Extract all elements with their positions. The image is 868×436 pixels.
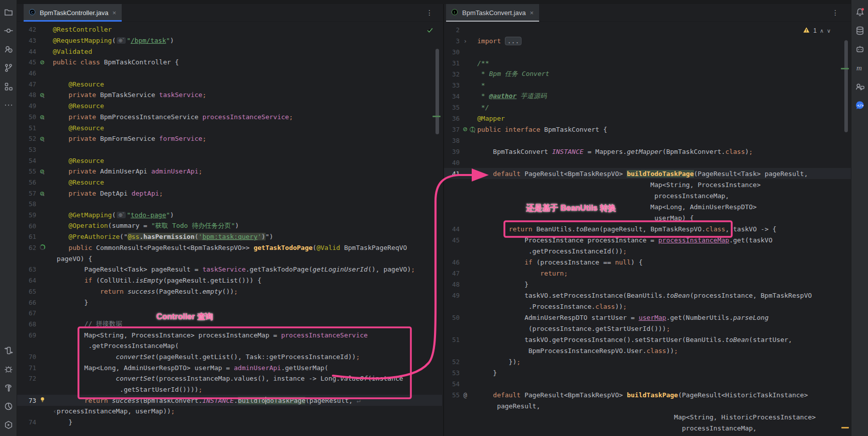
code-line-74[interactable]: 74 } — [17, 417, 442, 428]
code-line-68[interactable]: 68 // 拼接数据 — [17, 319, 442, 330]
line-number[interactable]: 55 — [17, 167, 36, 175]
line-number[interactable]: 53 — [17, 146, 36, 153]
run-window-icon[interactable] — [3, 344, 15, 357]
code-line-50[interactable]: 50 AdminUserRespDTO startUser = userMap.… — [444, 312, 851, 323]
code-line-38[interactable]: 38 — [444, 135, 851, 146]
code-line-55[interactable]: 55⊘➘ private AdminUserApi adminUserApi; — [17, 166, 442, 177]
line-number[interactable]: 39 — [444, 148, 460, 155]
line-number[interactable]: 52 — [17, 135, 36, 142]
people-chat-icon[interactable] — [854, 80, 866, 93]
code-line-35[interactable]: 35 */ — [444, 102, 851, 113]
line-number[interactable]: 34 — [444, 93, 460, 100]
line-number[interactable]: 54 — [17, 157, 36, 164]
line-number[interactable]: 35 — [444, 104, 460, 111]
code-line-55[interactable]: 55@ default PageResult<BpmTaskRespVO> bu… — [444, 389, 851, 400]
code-line-49[interactable]: 49 @Resource — [17, 101, 442, 112]
build-icon[interactable] — [3, 382, 15, 394]
code-line-67[interactable]: 67 — [17, 308, 442, 319]
code-line-43[interactable]: 43@RequestMapping(⊕ˇ"/bpm/task") — [17, 35, 442, 46]
line-number[interactable]: 44 — [17, 48, 36, 55]
line-number[interactable]: 40 — [444, 159, 460, 166]
code-line-41[interactable]: 41 default PageResult<BpmTaskRespVO> bui… — [444, 168, 851, 179]
maven-icon[interactable]: m — [854, 62, 866, 74]
code-line-44[interactable]: 44@Validated — [17, 46, 442, 57]
editor-bpmtaskconvert[interactable]: 23›import ...3031/**32 * Bpm 任务 Convert3… — [444, 22, 851, 436]
code-line-wrap[interactable]: Map<String, HistoricProcessInstance> — [444, 411, 851, 422]
code-line-52[interactable]: 52 }); — [444, 356, 851, 367]
commit-icon[interactable] — [3, 25, 15, 37]
code-line-44[interactable]: 44 return BeanUtils.toBean(pageResult, B… — [444, 223, 851, 234]
code-line-71[interactable]: 71 Map<Long, AdminUserRespDTO> userMap =… — [17, 362, 442, 373]
tab-bpmtaskcontroller[interactable]: C BpmTaskController.java × — [24, 4, 122, 22]
line-number[interactable]: 65 — [17, 288, 36, 295]
line-number[interactable]: 42 — [17, 26, 36, 33]
more-ellipsis-icon[interactable] — [3, 99, 15, 111]
inspections-widget-left[interactable] — [426, 26, 434, 36]
line-number[interactable]: 47 — [17, 80, 36, 88]
code-line-wrap[interactable]: .getProcessInstanceMap( — [17, 340, 442, 352]
line-number[interactable]: 46 — [17, 69, 36, 77]
line-number[interactable]: 51 — [444, 336, 460, 343]
code-chat-icon[interactable]: </> — [854, 99, 866, 111]
tab-options-kebab-icon[interactable]: ⋮ — [831, 7, 840, 18]
line-number[interactable]: 48 — [444, 281, 460, 288]
code-line-42[interactable]: 42@RestController — [17, 24, 442, 35]
code-line-46[interactable]: 46 — [17, 68, 442, 79]
line-number[interactable]: 66 — [17, 299, 36, 306]
close-tab-icon[interactable]: × — [529, 9, 534, 17]
code-line-64[interactable]: 64 if (CollUtil.isEmpty(pageResult.getLi… — [17, 275, 442, 286]
inspections-widget-right[interactable]: 1 ∧ ∨ — [803, 26, 831, 35]
code-line-wrap[interactable]: ‹processInstanceMap, userMap)); — [17, 406, 442, 417]
impl-icon[interactable]: ⊘ — [462, 126, 469, 133]
line-number[interactable]: 59 — [17, 211, 36, 219]
code-line-wrap[interactable]: pageVO) { — [17, 253, 442, 264]
notifications-bell-icon[interactable] — [854, 6, 866, 18]
line-number[interactable]: 55 — [444, 391, 460, 399]
line-number[interactable]: 72 — [17, 375, 36, 382]
code-line-wrap[interactable]: .getStartUserId()))); — [17, 384, 442, 395]
code-line-wrap[interactable]: pageResult, — [444, 400, 851, 411]
code-line-wrap[interactable]: .getProcessInstanceId()); — [444, 245, 851, 256]
code-line-72[interactable]: 72 convertSet(processInstanceMap.values(… — [17, 373, 442, 384]
next-problem-chevron-icon[interactable]: ∨ — [827, 28, 831, 34]
line-number[interactable]: 56 — [17, 179, 36, 186]
code-line-34[interactable]: 34 * @author 芋道源码 — [444, 91, 851, 102]
code-line-66[interactable]: 66 } — [17, 297, 442, 308]
tab-options-kebab-icon[interactable]: ⋮ — [425, 7, 434, 18]
code-line-40[interactable]: 40 — [444, 157, 851, 168]
line-number[interactable]: 50 — [17, 113, 36, 121]
line-number[interactable]: 68 — [17, 320, 36, 328]
code-line-54[interactable]: 54 — [444, 378, 851, 389]
structure-icon[interactable] — [3, 80, 15, 93]
code-line-30[interactable]: 30 — [444, 46, 851, 57]
impl-arrow-icon[interactable]: ⊘➘ — [39, 135, 46, 142]
line-number[interactable]: 45 — [444, 236, 460, 244]
code-line-47[interactable]: 47 return; — [444, 268, 851, 279]
code-line-wrap[interactable]: BpmProcessInstanceRespVO.User.class)); — [444, 345, 851, 356]
line-number[interactable]: 74 — [17, 418, 36, 426]
code-line-51[interactable]: 51 @Resource — [17, 122, 442, 133]
code-line-53[interactable]: 53 } — [444, 367, 851, 378]
tab-bpmtaskconvert[interactable]: I BpmTaskConvert.java × — [446, 4, 539, 22]
at-icon[interactable]: @ — [462, 392, 469, 399]
code-line-wrap[interactable]: .ProcessInstance.class)); — [444, 301, 851, 312]
fold-arrow-icon[interactable]: › — [462, 38, 469, 45]
code-line-47[interactable]: 47 @Resource — [17, 78, 442, 90]
bulb-icon[interactable] — [39, 396, 46, 403]
line-number[interactable]: 2 — [444, 26, 460, 34]
line-number[interactable]: 52 — [444, 358, 460, 366]
code-line-48[interactable]: 48 } — [444, 279, 851, 290]
code-line-59[interactable]: 59 @GetMapping(⊕ˇ"todo-page") — [17, 210, 442, 221]
impl-arrow-icon[interactable]: ⊘➘ — [39, 92, 46, 99]
line-number[interactable]: 33 — [444, 81, 460, 89]
ai-robot-icon[interactable] — [854, 43, 866, 55]
scrollbar-right-editor[interactable] — [844, 40, 848, 132]
code-line-wrap[interactable]: processInstanceMap, — [444, 190, 851, 201]
iface-icon[interactable]: I↓ — [469, 126, 476, 133]
code-line-58[interactable]: 58 — [17, 199, 442, 210]
impl-arrow-icon[interactable]: ⊘➘ — [39, 168, 46, 175]
code-line-69[interactable]: 69 Map<String, ProcessInstance> processI… — [17, 329, 442, 340]
line-number[interactable]: 36 — [444, 115, 460, 122]
line-number[interactable]: 45 — [17, 58, 36, 66]
editor-bpmtaskcontroller[interactable]: 42@RestController43@RequestMapping(⊕ˇ"/b… — [17, 22, 442, 436]
